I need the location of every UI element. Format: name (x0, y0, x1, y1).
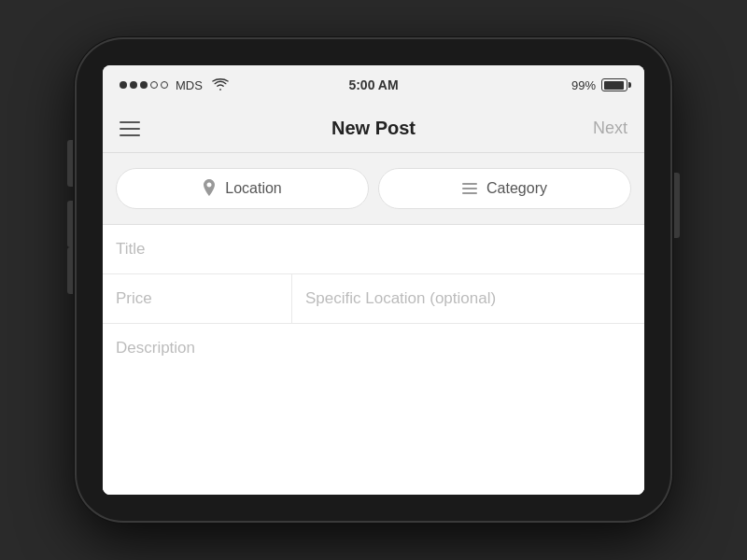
title-placeholder: Title (116, 240, 146, 258)
location-filter-label: Location (225, 180, 282, 197)
screen: MDS 5:00 AM 99% (103, 65, 644, 495)
category-filter-label: Category (486, 180, 547, 197)
description-placeholder: Description (116, 339, 195, 357)
price-field[interactable]: Price (103, 274, 292, 323)
carrier-label: MDS (176, 78, 203, 92)
hamburger-line-2 (120, 128, 140, 130)
signal-dot-3 (140, 81, 148, 89)
status-right: 99% (571, 78, 627, 92)
signal-dot-4 (150, 81, 158, 89)
next-button[interactable]: Next (593, 119, 627, 138)
menu-button[interactable] (120, 121, 140, 136)
battery-fill (604, 81, 625, 90)
list-icon (462, 181, 477, 197)
signal-dots (120, 81, 168, 89)
title-field[interactable]: Title (103, 225, 644, 274)
battery-icon (601, 78, 627, 91)
category-filter-button[interactable]: Category (378, 168, 631, 209)
svg-rect-1 (462, 188, 477, 189)
battery-body (601, 78, 627, 91)
wifi-icon (212, 78, 229, 91)
hamburger-line-3 (120, 134, 140, 136)
phone-frame: MDS 5:00 AM 99% (75, 37, 672, 523)
svg-rect-0 (462, 183, 477, 185)
page-title: New Post (331, 118, 416, 139)
hamburger-line-1 (120, 121, 140, 123)
status-bar: MDS 5:00 AM 99% (103, 65, 644, 105)
signal-dot-1 (120, 81, 127, 89)
specific-location-field[interactable]: Specific Location (optional) (292, 274, 644, 323)
status-left: MDS (120, 78, 229, 92)
signal-dot-5 (161, 81, 168, 89)
content-area: Location Category Title (103, 153, 644, 495)
nav-bar: New Post Next (103, 105, 644, 153)
svg-rect-2 (462, 192, 477, 194)
filter-row: Location Category (103, 153, 644, 225)
status-time: 5:00 AM (348, 77, 398, 92)
signal-dot-2 (130, 81, 137, 89)
location-filter-button[interactable]: Location (116, 168, 369, 209)
battery-percentage: 99% (571, 78, 596, 92)
description-field[interactable]: Description (103, 324, 644, 495)
price-location-row: Price Specific Location (optional) (103, 274, 644, 324)
pin-icon (203, 179, 216, 199)
price-placeholder: Price (116, 289, 152, 307)
specific-location-placeholder: Specific Location (optional) (305, 289, 496, 307)
